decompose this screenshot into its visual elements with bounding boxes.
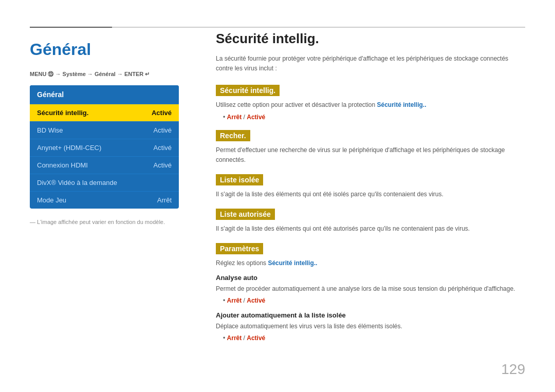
section-heading-recher: Recher.: [216, 130, 250, 141]
nav-item-securite-intellig[interactable]: Sécurité intellig. Activé: [30, 104, 179, 122]
section-heading-parametres: Paramètres: [216, 243, 263, 254]
bullet-list-securite: Arrêt / Activé: [223, 114, 525, 121]
subsection-title-analyse: Analyse auto: [216, 274, 525, 282]
bullet-list-analyse: Arrêt / Activé: [223, 297, 525, 304]
section-heading-liste-autorisee: Liste autorisée: [216, 209, 275, 220]
page-title: Général: [30, 40, 189, 59]
nav-item-value: Activé: [154, 161, 172, 169]
nav-item-label: BD Wise: [37, 126, 63, 134]
nav-item-value: Activé: [154, 144, 172, 152]
nav-menu-title: Général: [30, 85, 179, 104]
subsection-body-ajouter: Déplace automatiquement les virus vers l…: [216, 322, 525, 331]
section-heading-securite: Sécurité intellig.: [216, 85, 280, 96]
section-body-recher: Permet d'effectuer une recherche de viru…: [216, 145, 525, 165]
nav-item-connexion-hdmi[interactable]: Connexion HDMI Activé: [30, 157, 179, 174]
intro-text: La sécurité fournie pour protéger votre …: [216, 54, 524, 73]
section-body-liste-autorisee: Il s'agit de la liste des éléments qui o…: [216, 224, 525, 234]
section-recher: Recher. Permet d'effectuer une recherche…: [216, 130, 525, 165]
footnote: — L'image affichée peut varier en foncti…: [30, 219, 189, 225]
bullet-item: Arrêt / Activé: [223, 297, 525, 304]
section-body-securite: Utilisez cette option pour activer et dé…: [216, 100, 525, 110]
nav-item-label: Connexion HDMI: [37, 161, 88, 169]
nav-item-divx[interactable]: DivX® Vidéo à la demande: [30, 174, 179, 192]
nav-item-label: Anynet+ (HDMI-CEC): [37, 144, 101, 152]
nav-item-mode-jeu[interactable]: Mode Jeu Arrêt: [30, 192, 179, 209]
nav-item-label: DivX® Vidéo à la demande: [37, 179, 117, 186]
section-body-parametres: Réglez les options Sécurité intellig..: [216, 258, 525, 268]
nav-item-anynet[interactable]: Anynet+ (HDMI-CEC) Activé: [30, 139, 179, 157]
top-border: [30, 27, 525, 28]
nav-item-value: Arrêt: [157, 196, 172, 204]
subsection-body-analyse: Permet de procéder automatiquement à une…: [216, 284, 525, 294]
bullet-item: Arrêt / Activé: [223, 334, 525, 342]
section-body-liste-isolee: Il s'agit de la liste des éléments qui o…: [216, 190, 525, 199]
nav-item-bd-wise[interactable]: BD Wise Activé: [30, 122, 179, 139]
nav-item-label: Mode Jeu: [37, 196, 66, 204]
page-number: 129: [501, 361, 525, 378]
section-heading-liste-isolee: Liste isolée: [216, 174, 263, 185]
bullet-list-ajouter: Arrêt / Activé: [223, 334, 525, 342]
section-main-title: Sécurité intellig.: [216, 31, 525, 47]
nav-item-label: Sécurité intellig.: [37, 109, 88, 117]
right-panel: Sécurité intellig. La sécurité fournie p…: [216, 31, 525, 351]
section-securite: Sécurité intellig. Utilisez cette option…: [216, 85, 525, 120]
subsection-title-ajouter: Ajouter automatiquement à la liste isolé…: [216, 311, 525, 319]
menu-path: MENU ⑬ → Système → Général → ENTER ↵: [30, 70, 189, 78]
nav-item-value: Activé: [154, 126, 172, 134]
left-panel: Général MENU ⑬ → Système → Général → ENT…: [30, 31, 189, 225]
section-liste-isolee: Liste isolée Il s'agit de la liste des é…: [216, 174, 525, 199]
nav-item-value: Activé: [152, 109, 172, 117]
nav-menu: Général Sécurité intellig. Activé BD Wis…: [30, 85, 179, 209]
section-liste-autorisee: Liste autorisée Il s'agit de la liste de…: [216, 209, 525, 234]
bullet-item: Arrêt / Activé: [223, 114, 525, 121]
section-parametres: Paramètres Réglez les options Sécurité i…: [216, 243, 525, 342]
